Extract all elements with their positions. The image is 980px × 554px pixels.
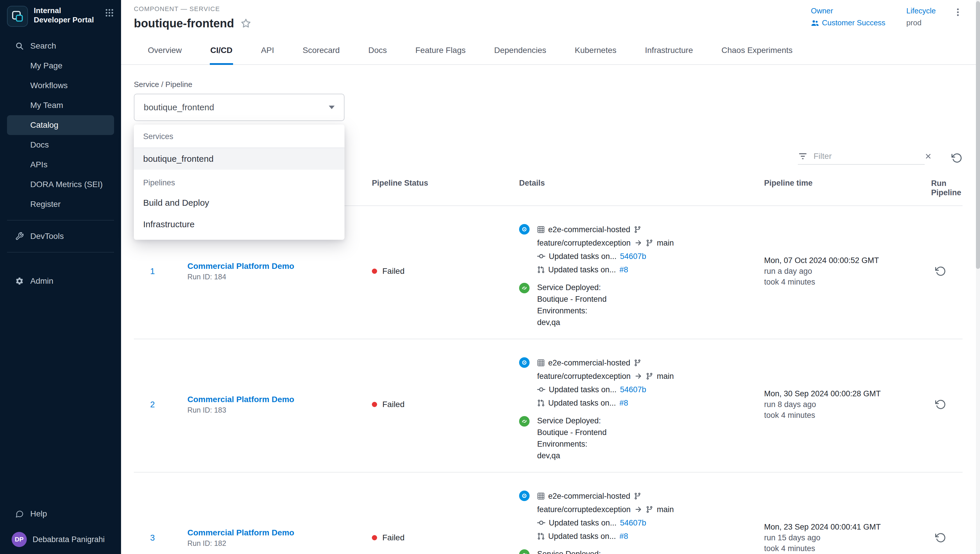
- dropdown-group-pipelines: Pipelines: [134, 170, 345, 192]
- star-icon[interactable]: [241, 19, 251, 29]
- pipeline-select-value: boutique_frontend: [144, 102, 214, 112]
- pipeline-select[interactable]: boutique_frontend: [134, 94, 345, 121]
- sidebar-divider: [7, 252, 114, 253]
- avatar: DP: [12, 532, 27, 547]
- source-branch: feature/corruptedexception: [537, 369, 630, 383]
- arrow-right-icon: [634, 239, 642, 247]
- arrow-right-icon: [634, 372, 642, 380]
- rerun-pipeline-icon[interactable]: [935, 532, 946, 543]
- pipeline-name-link[interactable]: Commercial Platform Demo: [188, 528, 372, 537]
- tab[interactable]: CI/CD: [210, 38, 233, 65]
- pr-number-link[interactable]: #8: [619, 530, 628, 543]
- sidebar-item[interactable]: Register: [7, 194, 114, 214]
- sidebar-nav: Search My Page Workflows My Team Catalog: [0, 36, 121, 291]
- tab[interactable]: API: [261, 38, 275, 65]
- pipeline-picker-label: Service / Pipeline: [134, 80, 963, 89]
- sidebar-item-help[interactable]: Help: [7, 504, 114, 524]
- sidebar-item[interactable]: Docs: [7, 135, 114, 155]
- deployed-label: Service Deployed:: [537, 415, 607, 427]
- sidebar-item[interactable]: Catalog: [7, 115, 114, 135]
- dropdown-item[interactable]: Infrastructure: [134, 213, 345, 235]
- scrollbar-track: [976, 0, 980, 554]
- rerun-pipeline-icon[interactable]: [935, 399, 946, 410]
- tab[interactable]: Feature Flags: [415, 38, 466, 65]
- git-branch-icon: [634, 492, 641, 500]
- tab[interactable]: Scorecard: [302, 38, 340, 65]
- run-number-link[interactable]: 2: [150, 400, 155, 409]
- run-id-text: Run ID: 184: [188, 273, 372, 281]
- build-details-block: e2e-commercial-hosted feature/corruptede…: [519, 489, 764, 543]
- sidebar-item-label: My Team: [30, 101, 63, 110]
- filter-funnel-icon[interactable]: [798, 151, 808, 161]
- pipeline-time-cell: Mon, 30 Sep 2024 00:00:28 GMT run 8 days…: [764, 389, 931, 420]
- filter-field: [798, 151, 925, 165]
- commit-sha-link[interactable]: 54607b: [620, 516, 646, 530]
- tab[interactable]: Dependencies: [493, 38, 547, 65]
- tab[interactable]: Overview: [147, 38, 183, 65]
- kebab-menu-icon[interactable]: [953, 6, 963, 19]
- col-header-details: Details: [519, 179, 764, 197]
- execution-timestamp: Mon, 23 Sep 2024 00:00:41 GMT: [764, 522, 931, 532]
- lifecycle-value: prod: [906, 18, 936, 27]
- page-title: boutique-frontend: [134, 17, 234, 30]
- execution-relative-time: run 15 days ago: [764, 533, 931, 542]
- user-name: Debabrata Panigrahi: [33, 535, 105, 544]
- run-id-text: Run ID: 182: [188, 539, 372, 548]
- deployed-label: Service Deployed:: [537, 548, 607, 554]
- sidebar: Internal Developer Portal Search: [0, 0, 121, 554]
- filter-input[interactable]: [814, 151, 919, 161]
- col-header-time: Pipeline time: [764, 179, 931, 197]
- sidebar-item-label: Help: [30, 509, 47, 519]
- user-menu[interactable]: DP Debabrata Panigrahi: [7, 532, 114, 547]
- run-number-link[interactable]: 3: [150, 533, 155, 542]
- repo-name: e2e-commercial-hosted: [548, 223, 630, 236]
- status-text: Failed: [382, 400, 404, 409]
- sidebar-divider: [7, 220, 114, 221]
- apps-grid-icon[interactable]: [105, 8, 114, 20]
- tab-bar: Overview CI/CD API Scorecard Docs Featur…: [121, 38, 980, 65]
- sidebar-item-search[interactable]: Search: [7, 36, 114, 56]
- tab[interactable]: Chaos Experiments: [721, 38, 793, 65]
- sidebar-item-label: DORA Metrics (SEI): [30, 180, 103, 189]
- build-details-block: e2e-commercial-hosted feature/corruptede…: [519, 223, 764, 276]
- sidebar-item[interactable]: My Page: [7, 56, 114, 76]
- pipeline-name-link[interactable]: Commercial Platform Demo: [188, 395, 372, 404]
- pipeline-name-link[interactable]: Commercial Platform Demo: [188, 261, 372, 271]
- owner-value: Customer Success: [822, 18, 885, 27]
- pr-number-link[interactable]: #8: [619, 263, 628, 276]
- service-deployed-icon: [519, 283, 530, 293]
- refresh-icon[interactable]: [951, 153, 963, 164]
- run-number-link[interactable]: 1: [150, 266, 155, 276]
- pipeline-cell: Commercial Platform Demo Run ID: 182: [188, 528, 372, 548]
- sidebar-item-label: Catalog: [30, 121, 59, 130]
- pr-number-link[interactable]: #8: [619, 396, 628, 410]
- clear-filter-icon[interactable]: [924, 153, 932, 160]
- service-deployed-icon: [519, 416, 530, 427]
- repo-line: e2e-commercial-hosted: [537, 356, 674, 369]
- tab[interactable]: Infrastructure: [644, 38, 694, 65]
- details-cell: e2e-commercial-hosted feature/corruptede…: [519, 481, 764, 554]
- dropdown-item[interactable]: Build and Deploy: [134, 192, 345, 213]
- scrollbar-thumb[interactable]: [976, 1, 980, 269]
- execution-relative-time: run 8 days ago: [764, 400, 931, 409]
- commit-sha-link[interactable]: 54607b: [620, 250, 646, 263]
- sidebar-item[interactable]: APIs: [7, 155, 114, 175]
- sidebar-item-admin[interactable]: Admin: [7, 271, 114, 291]
- run-number-cell: 3: [134, 533, 188, 543]
- rerun-pipeline-icon[interactable]: [935, 266, 946, 277]
- sidebar-item[interactable]: My Team: [7, 96, 114, 115]
- chevron-down-icon: [329, 106, 335, 109]
- sidebar-item-label: APIs: [30, 160, 48, 169]
- tab[interactable]: Docs: [368, 38, 388, 65]
- dropdown-item[interactable]: boutique_frontend: [134, 148, 345, 170]
- sidebar-item-devtools[interactable]: DevTools: [7, 226, 114, 246]
- app-root: Internal Developer Portal Search: [0, 0, 980, 554]
- sidebar-item[interactable]: Workflows: [7, 76, 114, 96]
- sidebar-item[interactable]: DORA Metrics (SEI): [7, 175, 114, 194]
- owner-link[interactable]: Customer Success: [811, 18, 885, 27]
- commit-sha-link[interactable]: 54607b: [620, 383, 646, 396]
- git-branch-icon: [646, 239, 653, 247]
- details-cell: e2e-commercial-hosted feature/corruptede…: [519, 347, 764, 462]
- tab[interactable]: Kubernetes: [574, 38, 617, 65]
- status-text: Failed: [382, 533, 404, 542]
